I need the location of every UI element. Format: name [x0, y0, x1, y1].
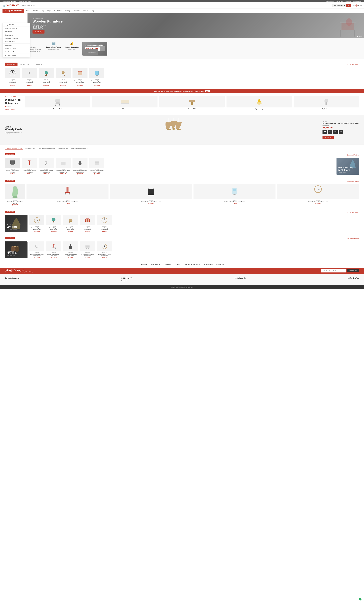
featured-prod-1-5[interactable]: TOPLINE Wireless Auditing Systems Purple… [73, 158, 88, 174]
subscribe-email-input[interactable] [321, 269, 346, 272]
nav-departments[interactable]: ☰ Shop By Departments [2, 9, 24, 13]
brand-0[interactable]: KLOBER [140, 263, 148, 265]
featured-side-link-1[interactable]: View Collection [338, 172, 357, 173]
fp-4-3[interactable]: TOPLINE Wireless Auditing Systems Purple… [63, 242, 78, 258]
discover-all-trending[interactable]: Discover All Products [347, 64, 359, 65]
deals-tab-4[interactable]: Smart Watches Dual Series 2 [69, 147, 89, 150]
banner-link-4[interactable]: View Collection [7, 255, 14, 256]
cat-dot-4[interactable] [10, 106, 11, 107]
nav-trending[interactable]: Trending [63, 9, 71, 13]
footer-facebook-link[interactable]: Facebook [121, 280, 132, 282]
nav-top-product[interactable]: Top Product [53, 9, 63, 13]
trending-product-6[interactable]: TOPLINE Wireless Auditing Systems Purple… [89, 68, 104, 86]
cat-light-lamp-2[interactable]: Light & Lamp [294, 96, 359, 110]
trending-product-2[interactable]: ✳ TOPLINE Wireless Auditing Systems Purp… [22, 68, 37, 86]
banner-link-3[interactable]: View Collection [7, 229, 14, 230]
subscribe-submit-button[interactable]: Subscribe Now [347, 269, 359, 272]
fp-4-4[interactable]: TOPLINE Wireless Auditing Systems Purple… [80, 242, 95, 258]
cat-wooden-table[interactable]: Wooden Table [159, 96, 225, 110]
fp-3-2[interactable]: TOPLINE Wireless Auditing Systems Purple… [46, 215, 61, 232]
search-input[interactable] [21, 4, 332, 7]
fp-4-5[interactable]: TOPLINE Wireless Auditing Systems Purple… [97, 242, 112, 258]
featured-label-4: Featured Items [5, 237, 15, 239]
brand-3[interactable]: PACKIT [175, 263, 181, 265]
brand-6[interactable]: KLOBER [216, 263, 224, 265]
deals-title: Weekly Deals [5, 128, 25, 131]
featured-prod-1-1[interactable]: TOPLINE Wireless Auditing Systems Purple… [5, 158, 20, 174]
tab-discounted[interactable]: Discounted Items [18, 63, 32, 66]
brand-5[interactable]: BONMIES [204, 263, 213, 265]
cat-dot-2[interactable] [7, 106, 8, 107]
dropdown-item-festival[interactable]: Festival & Outdoor [3, 47, 30, 50]
featured-wide-prod-2-5[interactable]: TOPLINE Wireless Auditing Systems Purple… [277, 184, 359, 206]
category-select[interactable]: All Categories [332, 4, 346, 7]
search-button[interactable]: 🔍 [346, 4, 351, 7]
deals-tab-0[interactable]: Gaming Console & Control [5, 147, 23, 150]
featured-wide-prod-2-2[interactable]: TOPLINE Wireless Auditing Systems Purple… [26, 184, 109, 206]
hero-dot-2[interactable] [359, 36, 360, 37]
dropdown-item-dinnerware[interactable]: Dinnerware [3, 30, 30, 33]
featured-prod-1-6[interactable]: TOPLINE Wireless Auditing Systems Purple… [89, 158, 104, 174]
add-to-cart-button[interactable]: + Add To Cart [322, 136, 334, 139]
brand-4[interactable]: JOSEPH JOSEPH [185, 263, 200, 265]
tab-trending-now[interactable]: Trending Now [5, 63, 18, 66]
brand-1[interactable]: BONMIES [151, 263, 160, 265]
trending-product-5[interactable]: TOPLINE Wireless Auditing Systems Purple… [73, 68, 88, 86]
cart-button[interactable]: 🛒 1 $7.00 [353, 4, 362, 7]
featured-prod-1-2[interactable]: TOPLINE Wireless Auditing Systems Purple… [22, 158, 37, 174]
nav-pages[interactable]: Pages [46, 9, 53, 13]
dropdown-item-lamps[interactable]: Lamps & Lighting [3, 23, 30, 27]
brand-2[interactable]: magisso [164, 263, 171, 265]
featured-discover-4[interactable]: Discover All Products [347, 238, 359, 239]
fp-3-3[interactable]: TOPLINE Wireless Auditing Systems Purple… [63, 215, 78, 232]
fp-4-1[interactable]: TOPLINE Wireless Auditing Systems Purple… [29, 242, 44, 258]
dropdown-item-accessories[interactable]: Other Accessories [3, 54, 30, 57]
featured-prod-1-3[interactable]: TOPLINE Wireless Auditing Systems Purple… [39, 158, 54, 174]
featured-discover-2[interactable]: Discover All Products [347, 181, 359, 182]
tab-popular[interactable]: Popular Product [32, 63, 46, 66]
dropdown-item-containers[interactable]: Containers & Drawers [3, 50, 30, 54]
nav-shop[interactable]: Shop [40, 9, 46, 13]
nav-about[interactable]: About Us [31, 9, 40, 13]
featured-prod-1-4[interactable]: TOPLINE Wireless Auditing Systems Purple… [56, 158, 71, 174]
fp-3-1[interactable]: TOPLINE Wireless Auditing Systems Purple… [29, 215, 44, 232]
trending-product-1[interactable]: TOPLINE Wireless Auditing Systems Purple… [5, 68, 20, 86]
deals-tab-3[interactable]: Computer & TVs [57, 147, 69, 150]
featured-wide-prod-2-3[interactable]: TOPLINE Wireless Auditing Systems Purple… [110, 184, 192, 206]
banner-link[interactable]: View Collection [85, 49, 98, 55]
featured-wide-prod-2-1[interactable]: TOPLINE Wireless Auditing Systems Purple… [5, 184, 25, 206]
fp-3-5[interactable]: TOPLINE Wireless Auditing Systems Purple… [97, 215, 112, 232]
dropdown-item-stoneware[interactable]: Stoneware & Wall-Art [3, 37, 30, 40]
featured-wide-prod-2-4[interactable]: TOPLINE Wireless Auditing Systems Purple… [194, 184, 276, 206]
logo[interactable]: 🛒 SHOPMAX [2, 4, 19, 7]
deals-tab-2[interactable]: Smart Watches Dual Series 2 [37, 147, 57, 150]
nav-furniture[interactable]: Furniture [81, 9, 89, 13]
hero-dot-1[interactable] [357, 36, 358, 37]
dropdown-item-housekeeping[interactable]: Housekeeping [3, 33, 30, 37]
cat-mattresses[interactable]: Mattresses [92, 96, 157, 110]
view-all-categories[interactable]: View All Category [5, 109, 22, 110]
credit-card-link[interactable]: Credit Card [345, 0, 351, 2]
trending-product-4[interactable]: TOPLINE Wireless Auditing Systems Purple… [56, 68, 71, 86]
trending-product-3[interactable]: TOPLINE Wireless Auditing Systems Purple… [39, 68, 54, 86]
featured-discover-1[interactable]: Discover All Products [347, 154, 359, 156]
language-link[interactable]: English & Dollar [353, 0, 362, 2]
cat-dot-1[interactable] [5, 106, 6, 107]
featured-discover-3[interactable]: Discover All Products [347, 212, 359, 213]
deals-tab-1[interactable]: Microwave Ovens [23, 147, 37, 150]
hero-buy-button[interactable]: Start Buying [33, 30, 44, 34]
nav-electronics[interactable]: Electronics [71, 9, 81, 13]
dropdown-item-dining[interactable]: Dining & Cutlery [3, 40, 30, 44]
cat-relaxing-chair[interactable]: Relaxing Chair [25, 96, 90, 110]
hero-dot-3[interactable] [361, 36, 362, 37]
more-location-link[interactable]: More Location [326, 0, 334, 2]
nav-blog[interactable]: Blog [89, 9, 95, 13]
track-orders-link[interactable]: Track Orders [336, 0, 343, 2]
nav-home[interactable]: Home [24, 9, 31, 13]
fp-3-4[interactable]: TOPLINE Wireless Auditing Systems Purple… [80, 215, 95, 232]
cat-dot-3[interactable] [8, 106, 9, 107]
cat-light-lamp-1[interactable]: Light & Lamp [227, 96, 292, 110]
dropdown-item-mattress[interactable]: Mattress & Bedding [3, 27, 30, 30]
dropdown-item-ceiling[interactable]: Ceiling Light [3, 44, 30, 47]
fp-4-2[interactable]: TOPLINE Wireless Auditing Systems Purple… [46, 242, 61, 258]
